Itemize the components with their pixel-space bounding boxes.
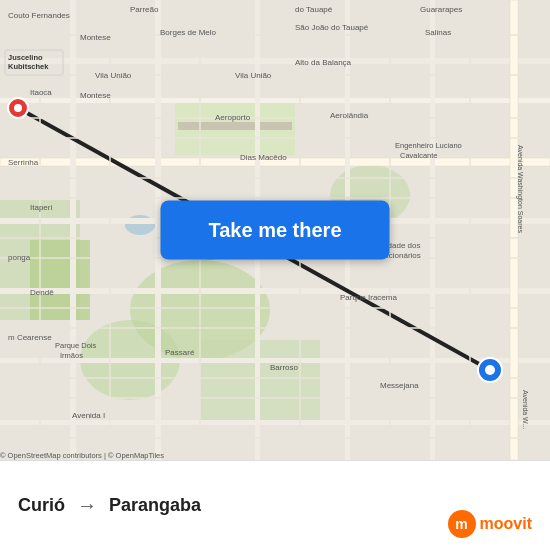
svg-text:Salinas: Salinas (425, 28, 451, 37)
svg-text:Vila União: Vila União (95, 71, 132, 80)
svg-text:Avenida W...: Avenida W... (522, 390, 529, 429)
svg-text:Alto da Balança: Alto da Balança (295, 58, 352, 67)
svg-text:Engenheiro Luciano: Engenheiro Luciano (395, 141, 462, 150)
svg-rect-15 (0, 288, 550, 294)
svg-text:Barroso: Barroso (270, 363, 299, 372)
svg-text:Kubitschek: Kubitschek (8, 62, 49, 71)
svg-text:São João do Tauapé: São João do Tauapé (295, 23, 369, 32)
svg-text:Parque Iracema: Parque Iracema (340, 293, 397, 302)
origin-label: Curió (18, 495, 65, 516)
svg-text:Guararapes: Guararapes (420, 5, 462, 14)
svg-rect-18 (70, 0, 76, 460)
svg-point-84 (14, 104, 22, 112)
svg-text:do Tauapé: do Tauapé (295, 5, 333, 14)
svg-text:Messejana: Messejana (380, 381, 419, 390)
moovit-icon: m (448, 510, 476, 538)
svg-text:Couto Fernandes: Couto Fernandes (8, 11, 70, 20)
svg-text:Juscelino: Juscelino (8, 53, 43, 62)
svg-text:Itaperi: Itaperi (30, 203, 52, 212)
svg-text:Borges de Melo: Borges de Melo (160, 28, 217, 37)
arrow-icon: → (77, 494, 97, 517)
svg-text:Irmãos: Irmãos (60, 351, 83, 360)
svg-text:ponga: ponga (8, 253, 31, 262)
svg-text:Passaré: Passaré (165, 348, 195, 357)
svg-text:© OpenStreetMap contributors |: © OpenStreetMap contributors | © OpenMap… (0, 451, 164, 460)
destination-label: Parangaba (109, 495, 201, 516)
svg-text:Montese: Montese (80, 33, 111, 42)
svg-text:Cavalcante: Cavalcante (400, 151, 438, 160)
bottom-bar: Curió → Parangaba m moovit (0, 460, 550, 550)
svg-text:Dias Macêdo: Dias Macêdo (240, 153, 287, 162)
svg-point-86 (485, 365, 495, 375)
svg-text:Dendê: Dendê (30, 288, 54, 297)
svg-text:m Cearense: m Cearense (8, 333, 52, 342)
svg-text:Parreão: Parreão (130, 5, 159, 14)
moovit-text: moovit (480, 515, 532, 533)
svg-text:Vila União: Vila União (235, 71, 272, 80)
svg-rect-22 (430, 0, 435, 460)
svg-text:Parque Dois: Parque Dois (55, 341, 97, 350)
svg-text:Montese: Montese (80, 91, 111, 100)
moovit-logo: m moovit (448, 510, 532, 538)
svg-text:Aeroporto: Aeroporto (215, 113, 251, 122)
svg-rect-11 (0, 58, 550, 64)
svg-text:Aerolândia: Aerolândia (330, 111, 369, 120)
map-container: Couto Fernandes Parreão do Tauapé Guarar… (0, 0, 550, 460)
svg-text:Itaoca: Itaoca (30, 88, 52, 97)
svg-text:Avenida I: Avenida I (72, 411, 105, 420)
svg-rect-8 (178, 122, 292, 130)
svg-rect-17 (0, 420, 550, 425)
take-me-there-button[interactable]: Take me there (160, 201, 389, 260)
svg-text:Avenida Washington Soares: Avenida Washington Soares (516, 145, 524, 233)
svg-text:Serrinha: Serrinha (8, 158, 39, 167)
